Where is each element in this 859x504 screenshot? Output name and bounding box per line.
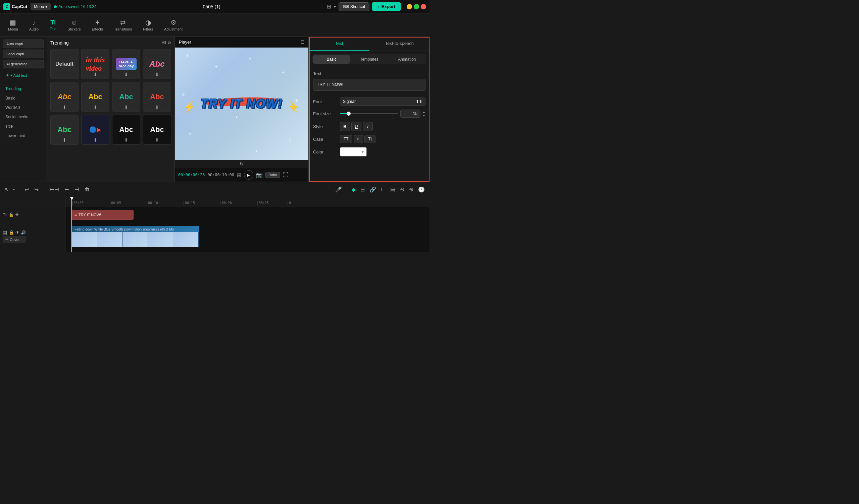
subtitle-button[interactable]: ▤ [389, 185, 397, 194]
font-size-slider[interactable] [340, 113, 398, 114]
font-size-control: 15 ▲ ▼ [340, 110, 425, 117]
template-card-nice-day[interactable]: HAVE ANice day ⬇ [112, 49, 140, 79]
nav-text[interactable]: TI Text [45, 17, 61, 33]
timeline-grid-icon[interactable]: ⊞ [237, 172, 241, 178]
auto-caption-button[interactable]: Auto capti... [3, 40, 44, 48]
template-card-red[interactable]: Abc ⬇ [143, 82, 171, 112]
sub-tab-basic[interactable]: Basic [313, 55, 350, 64]
trim-end-button[interactable]: ⊣ [73, 185, 80, 194]
trim-start-button[interactable]: ⊢ [63, 185, 71, 194]
text-track-visibility[interactable]: 👁 [15, 212, 19, 217]
sub-tab-animation[interactable]: Animation [389, 55, 425, 64]
nav-adjustment[interactable]: ⚙ Adjustment [160, 16, 187, 34]
motion-button[interactable]: ⊟ [359, 185, 366, 194]
mic-button[interactable]: 🎤 [334, 185, 343, 194]
template-card-video[interactable]: in thisvideo ⬇ [81, 49, 109, 79]
nav-stickers[interactable]: ☺ Stickers [63, 16, 85, 34]
timeline-toolbar: ↖ ▾ ↩ ↪ ⊢⊣ ⊢ ⊣ 🗑 🎤 ◆ ⊟ 🔗 ⊨ ▤ ⊖ ⊕ 🕐 [0, 182, 430, 197]
video-track-visibility[interactable]: 👁 [15, 230, 19, 235]
nav-transitions[interactable]: ⇄ Transitions [109, 16, 137, 34]
add-text-button[interactable]: ✚ + Add text [3, 71, 44, 79]
stepper-up-icon[interactable]: ▲ [422, 110, 425, 114]
fullscreen-icon[interactable]: ⛶ [283, 172, 288, 178]
video-track-audio[interactable]: 🔊 [21, 230, 26, 235]
font-select[interactable]: Sigmar ⬆⬇ [340, 97, 425, 106]
sidebar-item-wordart[interactable]: WordArt [3, 104, 44, 112]
sidebar-item-lower-third[interactable]: Lower third [3, 132, 44, 140]
cover-button[interactable]: ✏ Cover [3, 236, 26, 243]
local-caption-button[interactable]: Local capti... [3, 50, 44, 58]
color-row: Color ▼ [313, 147, 425, 157]
template-card-default[interactable]: Default [50, 49, 78, 79]
layout-icon[interactable]: ⊞ [327, 3, 331, 10]
sidebar-item-social[interactable]: Social media [3, 113, 44, 121]
ratio-button[interactable]: Ratio [266, 172, 280, 178]
text-clip[interactable]: ≡ TRY IT NOW! [72, 210, 134, 220]
titlecase-button[interactable]: Tt [364, 135, 376, 143]
close-button[interactable] [421, 4, 426, 10]
play-button[interactable]: ▶ [244, 170, 253, 179]
template-card-teal[interactable]: Abc ⬇ [112, 82, 140, 112]
style-row: Style B U I [313, 122, 425, 131]
template-card-bold[interactable]: Abc ⬇ [143, 115, 171, 145]
nav-effects[interactable]: ✦ Effects [87, 16, 107, 34]
underline-button[interactable]: U [351, 122, 361, 131]
maximize-button[interactable] [414, 4, 419, 10]
shortcut-button[interactable]: ⌨ Shortcut [338, 2, 370, 11]
player-menu-icon[interactable]: ☰ [300, 40, 304, 45]
export-button[interactable]: ↑ Export [372, 2, 401, 11]
template-card-green[interactable]: Abc ⬇ [50, 115, 78, 145]
clock-button[interactable]: 🕐 [417, 185, 426, 194]
export-icon: ↑ [377, 4, 380, 9]
camera-icon[interactable]: 📷 [256, 172, 263, 178]
link-button[interactable]: 🔗 [368, 185, 377, 194]
delete-button[interactable]: 🗑 [83, 185, 91, 194]
lowercase-button[interactable]: tt [354, 135, 363, 143]
menu-button[interactable]: Menu ▾ [31, 3, 51, 11]
zoom-out-button[interactable]: ⊖ [398, 185, 406, 194]
template-card-dots[interactable]: 🔵▶ ⬇ [81, 115, 109, 145]
select-tool-button[interactable]: ↖ [3, 185, 11, 194]
template-card-gold[interactable]: Abc ⬇ [50, 82, 78, 112]
video-track-lock[interactable]: 🔓 [9, 230, 14, 235]
font-size-stepper[interactable]: ▲ ▼ [422, 110, 425, 117]
zoom-in-button[interactable]: ⊕ [408, 185, 415, 194]
template-card-yellow[interactable]: Abc ⬇ [81, 82, 109, 112]
stepper-down-icon[interactable]: ▼ [422, 114, 425, 117]
redo-button[interactable]: ↪ [33, 185, 40, 194]
transitions-label: Transitions [114, 27, 132, 31]
bold-button[interactable]: B [340, 122, 350, 131]
sidebar-item-title[interactable]: Title [3, 122, 44, 130]
nav-audio[interactable]: ♪ Audio [25, 16, 43, 34]
sub-tab-templates[interactable]: Templates [351, 55, 388, 64]
project-title: 0505 (1) [100, 4, 323, 10]
nav-media[interactable]: ▦ Media [3, 16, 23, 34]
tab-text[interactable]: Text [309, 37, 370, 51]
video-clip[interactable]: Falling down White Blue Smooth slow moti… [72, 226, 199, 247]
dropdown-arrow[interactable]: ▾ [334, 4, 336, 9]
italic-button[interactable]: I [363, 122, 373, 131]
text-track-lock[interactable]: 🔓 [9, 212, 14, 217]
tab-text-to-speech[interactable]: Text-to-speech [370, 37, 430, 51]
text-input[interactable]: TRY IT NOW! [313, 79, 425, 91]
template-card-pink[interactable]: Abc ⬇ [143, 49, 171, 79]
sidebar-item-basic[interactable]: Basic [3, 94, 44, 102]
undo-button[interactable]: ↩ [23, 185, 30, 194]
minimize-button[interactable] [407, 4, 412, 10]
template-card-white[interactable]: Abc ⬇ [112, 115, 140, 145]
nav-filters[interactable]: ◑ Filters [138, 16, 158, 34]
align-button[interactable]: ⊨ [379, 185, 387, 194]
sidebar-item-trending[interactable]: Trending [3, 85, 44, 93]
download-icon-bold: ⬇ [155, 137, 159, 143]
keyframe-button[interactable]: ◆ [350, 185, 357, 194]
player-video: ❄ ✦ ❄ ✦ ❄ ❄ ✦ ❄ ❄ ✦ ⚡ TRY IT NOW! [175, 48, 308, 160]
uppercase-button[interactable]: TT [340, 135, 352, 143]
all-filter-button[interactable]: All ⚙ [162, 41, 171, 45]
select-dropdown-arrow[interactable]: ▾ [13, 188, 15, 191]
ai-generated-button[interactable]: AI generated [3, 60, 44, 68]
color-picker[interactable]: ▼ [340, 147, 367, 157]
slider-thumb[interactable] [347, 112, 351, 115]
split-button[interactable]: ⊢⊣ [48, 185, 60, 194]
download-icon-nice-day: ⬇ [124, 72, 128, 77]
font-size-input[interactable]: 15 [400, 110, 420, 117]
